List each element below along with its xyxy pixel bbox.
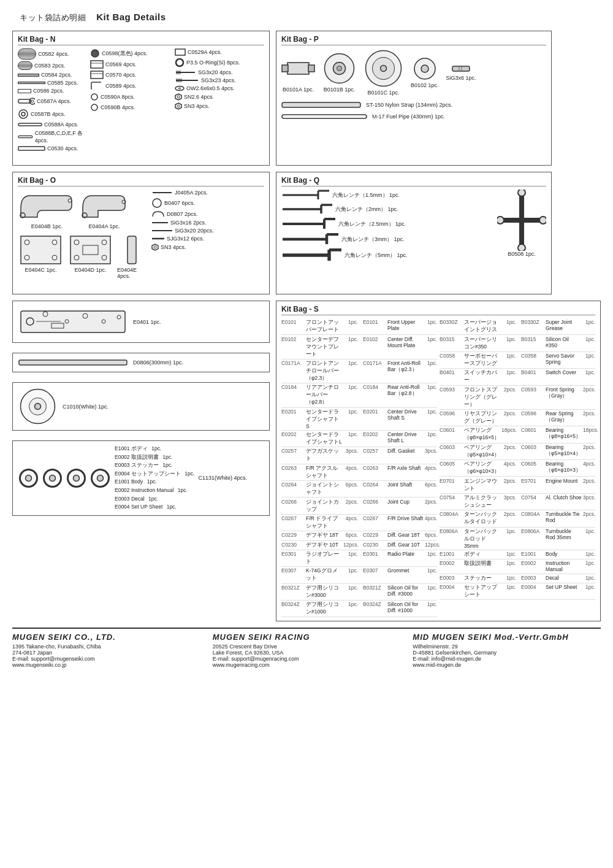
footer: MUGEN SEIKI CO., LTD. 1395 Takane-cho, F… (12, 628, 601, 668)
bag-q: Kit Bag - Q 六角レンチ（1.5mm） 1pc. (276, 172, 552, 294)
svg-rect-100 (19, 360, 127, 365)
bag-n-part-p35-oring: P3.5 O-Ring(Si) 8pcs. (175, 58, 264, 67)
en-qty: 1pc. (425, 409, 437, 429)
svg-point-88 (518, 244, 525, 251)
bag-s-right: B0330Z スーパージョイントグリス 1pc. B0330Z Super Jo… (440, 318, 595, 617)
jp-qty: 4pcs. (501, 461, 516, 475)
en-code: C0603 (521, 444, 544, 459)
jp-code: E0002 (440, 560, 463, 572)
footer-address2-1: 274-0817 Japan (12, 650, 200, 656)
jp-qty: 1pc. (343, 319, 358, 334)
bag-p-strap: ST-150 Nylon Strap (134mm) 2pcs. (281, 101, 546, 109)
jp-name: ラジオプレート (306, 551, 342, 566)
table-row: E0806A ターンバックルロッド 35mm 1pc. E0806A Turnb… (440, 528, 595, 550)
svg-rect-62 (128, 236, 136, 264)
table-row: E0002 取扱説明書 1pc. E0002 Instruction Manua… (440, 559, 595, 574)
svg-point-69 (154, 246, 156, 248)
table-row: C0593 フロントスプリング（グレー） 2pcs. C0593 Front S… (440, 386, 595, 410)
en-qty: 1pc. (583, 369, 595, 384)
jp-code: B0315 (440, 336, 463, 351)
en-qty: 1pc. (425, 336, 437, 358)
svg-rect-15 (175, 49, 185, 55)
bag-n-part-c0582: C0582 4pcs. (18, 48, 85, 60)
jp-code: C0184 (281, 384, 305, 406)
en-code: C0804A (521, 511, 544, 526)
en-name: Radio Plate (387, 551, 424, 566)
table-row: E0701 エンジンマウント 2pcs. E0701 Engine Mount … (440, 477, 595, 493)
jp-code: B0321Z (281, 585, 305, 599)
jp-name: リアアンチロールバー（φ2.8） (306, 384, 342, 406)
jp-name: ベアリング（φ5×φ10×4） (464, 444, 500, 459)
footer-address1-3: Wilhelminenstr. 29 (413, 643, 601, 650)
jp-code: C0358 (440, 353, 463, 367)
footer-company-name-1: MUGEN SEIKI CO., LTD. (12, 632, 200, 642)
bag-o-title: Kit Bag - O (18, 176, 264, 186)
jp-code: E0202 (281, 431, 305, 446)
footer-mid-mugen: MID MUGEN SEIKI Mod.-Vertr.GmbH Wilhelmi… (413, 632, 601, 668)
table-row: C0603 ベアリング（φ5×φ10×4） 2pcs. C0603 Bearin… (440, 444, 595, 460)
en-code: E1001 (521, 551, 544, 558)
bag-p-b0102: B0102 1pc. (411, 56, 439, 88)
svg-point-26 (177, 96, 180, 98)
jp-code: E0307 (281, 567, 305, 582)
en-qty: 12pcs. (425, 542, 437, 549)
jp-qty: 4pcs. (343, 465, 358, 480)
en-qty: 2pcs. (583, 444, 595, 459)
en-qty: 1pc. (425, 319, 437, 334)
en-code: C0263 (363, 465, 386, 480)
bag-n-part-c0569: C0569 4pcs. (90, 60, 170, 69)
table-row: E0102 センターデフマウントプレート 1pc. E0102 Center D… (281, 335, 437, 359)
svg-point-8 (91, 50, 99, 57)
jp-code: C0605 (440, 461, 463, 475)
jp-code: C0603 (440, 444, 463, 459)
svg-point-105 (26, 475, 32, 481)
bag-n-part-ow26: OW2.6x6x0.5 4pcs. (175, 85, 264, 91)
footer-email-1: E-mail: support@mugenseiki.com (12, 656, 200, 662)
bag-s-left: E0101 フロントアッパープレート 1pc. E0101 Front Uppe… (281, 318, 437, 617)
bag-q-hex25: 六角レンチ（2.5mm） 1pc. (281, 218, 491, 230)
jp-code: C0267 (281, 515, 305, 530)
jp-name: アルミクラッシュシュー (464, 494, 500, 509)
svg-point-3 (19, 110, 28, 118)
jp-name: フロントアンチロールバー（φ2.3） (306, 360, 342, 382)
jp-name: スーパーシリコン#350 (464, 336, 500, 351)
footer-email-2: E-mail: support@mugenracing.com (213, 656, 401, 662)
en-name: Turnbuckle Tie Rod (546, 511, 582, 526)
jp-name: デフギヤ 10T (306, 542, 342, 549)
jp-name: F/R アクスルシャフト (306, 465, 342, 480)
en-name: Rear Spring（Gray） (546, 410, 582, 425)
bag-o-sjg3x12: SJG3x12 6pcs. (151, 236, 264, 242)
table-row: C0358 サーボセーバースプリング 1pc. C0358 Servo Savo… (440, 352, 595, 369)
table-row: E0004 セットアップシート 1pc. E0004 Set UP Sheet … (440, 583, 595, 600)
en-qty: 1pc. (583, 528, 595, 549)
en-qty: 2pcs. (583, 386, 595, 409)
jp-code: C0257 (281, 448, 305, 463)
jp-name: サーボセーバースプリング (464, 353, 500, 367)
jp-code: C0230 (281, 542, 305, 549)
en-name: Center Diff. Mount Plate (387, 336, 424, 358)
bag-n: Kit Bag - N C0582 4pcs. C0583 2pcs. C058… (12, 31, 270, 166)
en-name: Super Joint Grease (546, 319, 582, 334)
en-qty: 1pc. (583, 336, 595, 351)
en-qty: 1pc. (425, 567, 437, 582)
en-name: Engine Mount (546, 478, 582, 493)
svg-point-14 (91, 104, 97, 110)
bag-s-title: Kit Bag - S (281, 305, 595, 315)
svg-point-28 (177, 105, 180, 107)
en-code: E0004 (521, 584, 544, 599)
en-qty: 6pcs. (425, 482, 437, 496)
jp-qty: 1pc. (501, 319, 516, 334)
jp-code: E0102 (281, 336, 305, 358)
en-code: E0201 (363, 409, 386, 429)
bag-o-sig3x16: SiG3x16 2pcs. (151, 220, 264, 226)
jp-qty: 12pcs. (343, 542, 358, 549)
table-row: C0266 ジョイントカップ 2pcs. C0266 Joint Cup 2pc… (281, 497, 437, 514)
svg-rect-30 (282, 65, 288, 72)
svg-point-109 (74, 475, 80, 481)
jp-name: デフギヤ 18T (306, 532, 342, 539)
footer-address2-3: D-45881 Gelsenkirchen, Germany (413, 650, 601, 656)
svg-point-103 (35, 404, 41, 410)
jp-qty: 2pcs. (501, 410, 516, 425)
bag-q-title: Kit Bag - Q (281, 176, 546, 186)
en-qty: 4pcs. (425, 465, 437, 480)
